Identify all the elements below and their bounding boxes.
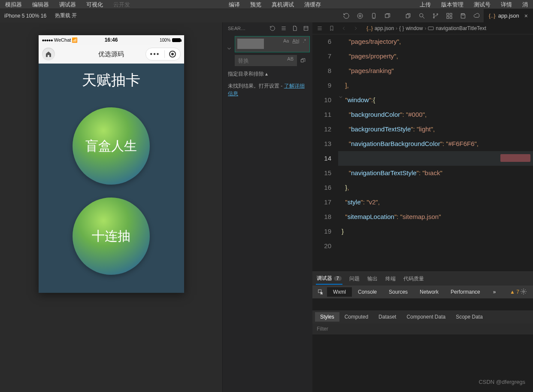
svg-rect-26 bbox=[428, 27, 433, 30]
menu-调试器[interactable]: 调试器 bbox=[54, 0, 81, 9]
capsule-button[interactable]: ••• bbox=[145, 48, 181, 61]
styles-tabs: StylesComputedDatasetComponent DataScope… bbox=[312, 310, 533, 323]
list-icon[interactable] bbox=[315, 24, 324, 33]
styles-tab-Scope Data[interactable]: Scope Data bbox=[451, 312, 488, 322]
breadcrumb-file[interactable]: app.json bbox=[375, 25, 394, 31]
menu-清缓存[interactable]: 清缓存 bbox=[299, 0, 326, 9]
dbg-tab-终端[interactable]: 终端 bbox=[385, 273, 397, 284]
page-heading: 天赋抽卡 bbox=[82, 70, 140, 90]
menu-测试号[interactable]: 测试号 bbox=[469, 0, 496, 9]
phone-icon[interactable] bbox=[367, 9, 381, 23]
ball-button-2[interactable]: 十连抽 bbox=[73, 198, 150, 275]
menu-详情[interactable]: 详情 bbox=[496, 0, 517, 9]
hot-reload-toggle[interactable]: 热重载 开 bbox=[51, 12, 81, 19]
breadcrumb-part1[interactable]: window bbox=[406, 25, 423, 31]
menu-版本管理[interactable]: 版本管理 bbox=[436, 0, 469, 9]
json-icon: {..} bbox=[489, 12, 496, 19]
stop-icon[interactable] bbox=[353, 9, 367, 23]
collapse-icon[interactable] bbox=[301, 24, 311, 33]
svg-point-9 bbox=[433, 17, 434, 18]
menu-dots-icon[interactable]: ••• bbox=[146, 50, 164, 58]
menu-消[interactable]: 消 bbox=[517, 0, 533, 9]
clear-icon[interactable] bbox=[279, 24, 288, 33]
filter-input[interactable] bbox=[312, 323, 533, 334]
tab-label: app.json bbox=[498, 12, 519, 19]
svg-point-0 bbox=[357, 13, 363, 18]
devtool-Wxml[interactable]: Wxml bbox=[327, 287, 352, 297]
dbg-tab-输出[interactable]: 输出 bbox=[366, 273, 379, 284]
menu-云开发[interactable]: 云开发 bbox=[108, 0, 135, 9]
battery-icon bbox=[172, 38, 181, 42]
devtool-Network[interactable]: Network bbox=[414, 287, 445, 297]
styles-tab-Dataset[interactable]: Dataset bbox=[373, 312, 401, 322]
warning-count[interactable]: ▲ 7 bbox=[510, 289, 519, 295]
svg-rect-13 bbox=[447, 16, 449, 18]
include-exclude-toggle[interactable]: 指定目录和排除 bbox=[223, 69, 312, 79]
svg-rect-15 bbox=[462, 13, 464, 15]
svg-rect-14 bbox=[450, 16, 452, 18]
branch-icon[interactable] bbox=[429, 9, 442, 23]
ball-button-1[interactable]: 盲盒人生 bbox=[73, 107, 150, 185]
search-label: SEAR… bbox=[224, 26, 245, 31]
bookmark-icon[interactable] bbox=[327, 24, 336, 33]
expand-replace-icon[interactable] bbox=[226, 46, 232, 53]
regex-toggle[interactable]: .* bbox=[302, 38, 307, 44]
toolbar: iPhone 5 100% 16 热重载 开 {..} app.json × bbox=[0, 9, 533, 22]
menu-预览[interactable]: 预览 bbox=[245, 0, 266, 9]
styles-tab-Component Data[interactable]: Component Data bbox=[401, 312, 451, 322]
menu-上传[interactable]: 上传 bbox=[415, 0, 436, 9]
dbg-tab-代码质量[interactable]: 代码质量 bbox=[403, 273, 425, 284]
grid-icon[interactable] bbox=[442, 9, 456, 23]
copy-icon[interactable] bbox=[401, 9, 415, 23]
whole-word-toggle[interactable]: Ab| bbox=[291, 38, 300, 44]
styles-tab-Computed[interactable]: Computed bbox=[339, 312, 373, 322]
cloud-icon[interactable] bbox=[470, 9, 484, 23]
menu-真机调试[interactable]: 真机调试 bbox=[266, 0, 299, 9]
svg-rect-5 bbox=[406, 14, 409, 18]
battery-percent: 100% bbox=[160, 38, 171, 43]
replace-all-icon[interactable] bbox=[298, 55, 308, 66]
svg-point-10 bbox=[436, 13, 438, 15]
styles-tab-Styles[interactable]: Styles bbox=[315, 312, 339, 322]
breadcrumb-part2[interactable]: navigationBarTitleText bbox=[436, 25, 486, 31]
search-icon[interactable] bbox=[415, 9, 429, 23]
close-target-icon[interactable] bbox=[165, 51, 180, 58]
match-case-toggle[interactable]: Aa bbox=[282, 38, 290, 44]
refresh-search-icon[interactable] bbox=[268, 24, 277, 33]
home-button[interactable] bbox=[42, 48, 55, 61]
device-selector[interactable]: iPhone 5 100% 16 bbox=[0, 13, 51, 19]
dbg-tab-问题[interactable]: 问题 bbox=[348, 273, 360, 284]
editor-tab[interactable]: {..} app.json × bbox=[484, 9, 533, 23]
nav-forward-icon[interactable] bbox=[351, 24, 360, 33]
preserve-case-toggle[interactable]: AB bbox=[287, 56, 294, 61]
devtool-Console[interactable]: Console bbox=[352, 287, 383, 297]
devtool-Performance[interactable]: Performance bbox=[445, 287, 486, 297]
menu-可视化[interactable]: 可视化 bbox=[81, 0, 108, 9]
json-icon: {..} bbox=[366, 25, 373, 31]
svg-point-28 bbox=[523, 291, 524, 292]
svg-point-8 bbox=[433, 13, 434, 15]
phone-preview: ●●●●● WeChat 📶 16:46 100% 优选源码 ••• bbox=[39, 35, 184, 293]
more-tabs-icon[interactable]: » bbox=[487, 287, 502, 297]
svg-rect-22 bbox=[301, 60, 303, 62]
inspect-icon[interactable] bbox=[315, 289, 326, 295]
settings-icon[interactable] bbox=[520, 288, 530, 296]
window-icon[interactable] bbox=[381, 9, 394, 23]
main-menu-bar: 模拟器编辑器调试器可视化云开发 编译预览真机调试清缓存 上传版本管理测试号详情消 bbox=[0, 0, 533, 9]
nav-back-icon[interactable] bbox=[339, 24, 348, 33]
dbg-tab-调试器[interactable]: 调试器7 bbox=[316, 273, 342, 285]
devtool-Sources[interactable]: Sources bbox=[383, 287, 414, 297]
save-icon[interactable] bbox=[456, 9, 470, 23]
svg-rect-12 bbox=[450, 13, 452, 15]
phone-navbar: 优选源码 ••• bbox=[39, 45, 184, 64]
menu-编辑器[interactable]: 编辑器 bbox=[27, 0, 54, 9]
signal-dots: ●●●●● bbox=[42, 38, 53, 43]
newfile-icon[interactable] bbox=[290, 24, 300, 33]
refresh-icon[interactable] bbox=[339, 9, 353, 23]
menu-模拟器[interactable]: 模拟器 bbox=[0, 0, 27, 9]
simulator-panel: ●●●●● WeChat 📶 16:46 100% 优选源码 ••• bbox=[0, 22, 222, 392]
fold-icon[interactable] bbox=[338, 94, 343, 101]
breadcrumb[interactable]: {..} app.json › { } window › navigationB… bbox=[366, 25, 486, 31]
menu-编译[interactable]: 编译 bbox=[224, 0, 245, 9]
close-tab-icon[interactable]: × bbox=[524, 12, 528, 19]
